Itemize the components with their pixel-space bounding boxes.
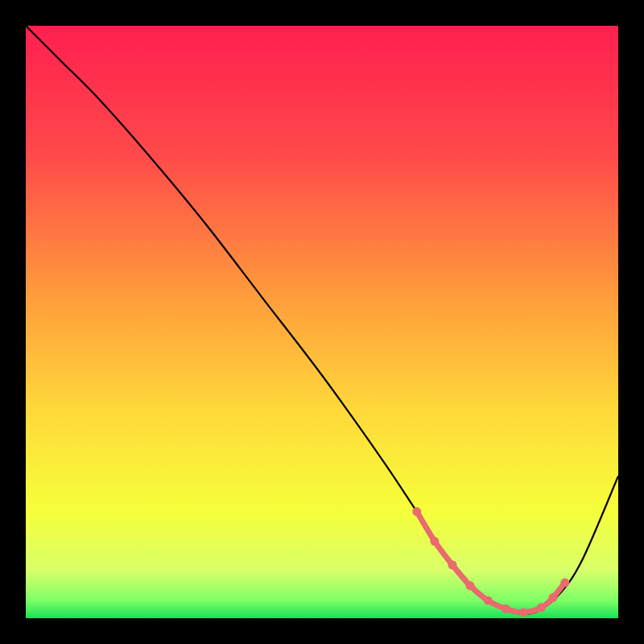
gradient-background (26, 26, 618, 618)
highlight-dot (560, 578, 569, 587)
highlight-dot (430, 537, 439, 546)
highlight-dot (549, 593, 558, 602)
bottleneck-chart (26, 26, 618, 618)
highlight-dot (466, 581, 475, 590)
highlight-dot (537, 603, 546, 612)
highlight-dot (519, 608, 528, 617)
chart-frame (26, 26, 618, 618)
highlight-dot (484, 596, 493, 605)
highlight-dot (448, 560, 456, 569)
highlight-dot (412, 507, 421, 516)
highlight-dot (502, 605, 510, 613)
